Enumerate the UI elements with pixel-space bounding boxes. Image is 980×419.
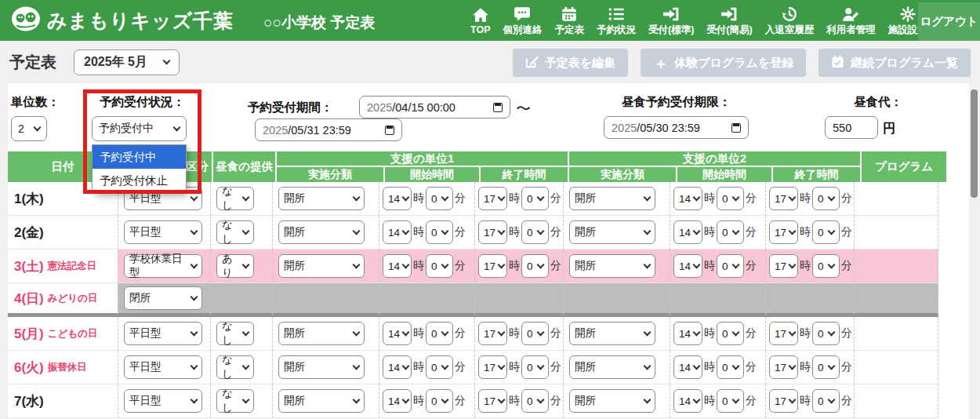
dropdown-option-accepting[interactable]: 予約受付中: [93, 145, 186, 169]
unit1-end-minute-select[interactable]: 0: [521, 254, 549, 278]
reserve-period-to-input[interactable]: 2025/05/31 23:59: [255, 118, 402, 141]
unit1-end-minute-select[interactable]: 0: [521, 220, 549, 244]
kubun-select[interactable]: 平日型: [124, 389, 202, 413]
register-trial-program-button[interactable]: ＋ 体験プログラムを登録: [641, 49, 806, 77]
reserve-period-from-input[interactable]: 2025/04/15 00:00: [359, 96, 510, 118]
unit1-start-minute-select[interactable]: 0: [426, 355, 453, 379]
unit2-end-hour-select[interactable]: 17: [769, 220, 798, 244]
unit1-start-minute-select[interactable]: 0: [426, 187, 453, 210]
nav-nyutaishitsu-rireki[interactable]: 入退室履歴: [765, 5, 815, 37]
app-logo[interactable]: みまもりキッズ千葉: [0, 5, 251, 35]
dropdown-option-suspended[interactable]: 予約受付休止: [93, 169, 186, 192]
unit1-end-minute-select[interactable]: 0: [521, 187, 549, 210]
edit-schedule-button[interactable]: 予定表を編集: [513, 49, 628, 77]
unit1-end-minute-select[interactable]: 0: [521, 322, 549, 345]
nav-top[interactable]: TOP: [470, 5, 490, 35]
unit2-category-select[interactable]: 開所: [569, 389, 655, 413]
unit2-category-select[interactable]: 開所: [569, 322, 655, 345]
unit2-start-hour-select[interactable]: 14: [673, 322, 702, 345]
unit2-category-select[interactable]: 開所: [569, 355, 655, 379]
unit2-start-hour-select[interactable]: 14: [673, 187, 702, 210]
unit1-end-hour-select[interactable]: 17: [478, 187, 507, 210]
unit2-category-select[interactable]: 開所: [569, 187, 655, 210]
unit1-start-hour-select[interactable]: 14: [383, 187, 412, 210]
nav-yoyaku-jokyo[interactable]: 予約状況: [597, 5, 636, 37]
kubun-select[interactable]: 学校休業日型: [124, 254, 202, 278]
calendar-picker-icon[interactable]: [493, 103, 503, 112]
month-select[interactable]: 2025年 5月: [74, 49, 180, 75]
unit2-end-hour-select[interactable]: 17: [769, 389, 798, 413]
unit2-start-minute-select[interactable]: 0: [717, 355, 744, 379]
unit1-start-minute-select[interactable]: 0: [426, 389, 453, 413]
unit1-start-hour-select[interactable]: 14: [383, 355, 412, 379]
unit1-end-hour-select[interactable]: 17: [478, 220, 507, 244]
scrollbar-thumb[interactable]: [971, 89, 978, 198]
unit1-start-hour-select[interactable]: 14: [383, 254, 412, 278]
unit1-category-select[interactable]: 開所: [278, 389, 365, 413]
unit2-end-minute-select[interactable]: 0: [812, 220, 840, 244]
unit2-start-minute-select[interactable]: 0: [717, 220, 744, 244]
lunch-select[interactable]: なし: [216, 355, 254, 379]
unit1-category-select[interactable]: 開所: [278, 220, 365, 244]
unit2-start-minute-select[interactable]: 0: [717, 322, 744, 345]
nav-riyosha-kanri[interactable]: 利用者管理: [826, 5, 876, 37]
unit2-end-hour-select[interactable]: 17: [769, 322, 798, 345]
unit2-category-select[interactable]: 開所: [569, 220, 655, 244]
nav-uketsuke-hyojun[interactable]: 受付(標準): [648, 5, 694, 37]
kubun-select[interactable]: 閉所: [124, 286, 202, 310]
unit2-end-minute-select[interactable]: 0: [812, 187, 840, 210]
unit2-start-hour-select[interactable]: 14: [673, 389, 702, 413]
logout-button[interactable]: ログアウト: [918, 2, 980, 41]
unit2-start-hour-select[interactable]: 14: [673, 220, 702, 244]
unit2-end-minute-select[interactable]: 0: [812, 322, 840, 345]
continuing-program-list-button[interactable]: 継続プログラム一覧: [818, 49, 971, 77]
kubun-select[interactable]: 平日型: [124, 322, 202, 345]
unit1-end-hour-select[interactable]: 17: [478, 322, 507, 345]
vertical-scrollbar[interactable]: [969, 83, 980, 419]
calendar-picker-icon[interactable]: [385, 126, 394, 135]
unit2-start-hour-select[interactable]: 14: [673, 254, 702, 278]
nav-kobetsu-renraku[interactable]: 個別連絡: [503, 5, 542, 37]
nav-uketsuke-kani[interactable]: 受付(簡易): [706, 5, 752, 37]
unit1-category-select[interactable]: 開所: [278, 355, 365, 379]
lunch-select[interactable]: なし: [216, 220, 254, 244]
lunch-deadline-input[interactable]: 2025/05/30 23:59: [604, 116, 749, 139]
unit2-start-minute-select[interactable]: 0: [717, 187, 744, 210]
unit1-end-minute-select[interactable]: 0: [521, 389, 549, 413]
unit2-end-hour-select[interactable]: 17: [769, 187, 798, 210]
reserve-status-select[interactable]: 予約受付中: [92, 116, 187, 141]
nav-yoteihyo[interactable]: 予定表: [554, 5, 584, 37]
unit2-start-minute-select[interactable]: 0: [717, 254, 744, 278]
unit1-category-select[interactable]: 開所: [278, 187, 365, 210]
unit1-start-minute-select[interactable]: 0: [426, 322, 453, 345]
unit1-start-hour-select[interactable]: 14: [383, 322, 412, 345]
unit1-start-hour-select[interactable]: 14: [383, 220, 412, 244]
unit2-start-minute-select[interactable]: 0: [717, 389, 744, 413]
unit2-start-hour-select[interactable]: 14: [673, 355, 702, 379]
unit1-start-minute-select[interactable]: 0: [426, 254, 453, 278]
kubun-select[interactable]: 平日型: [124, 220, 202, 244]
unit2-end-hour-select[interactable]: 17: [769, 355, 798, 379]
unit2-end-minute-select[interactable]: 0: [812, 254, 840, 278]
lunch-select[interactable]: なし: [216, 389, 254, 413]
unit-count-select[interactable]: 2: [11, 116, 47, 141]
unit1-start-hour-select[interactable]: 14: [383, 389, 412, 413]
kubun-select[interactable]: 平日型: [124, 355, 202, 379]
lunch-select[interactable]: なし: [216, 187, 254, 210]
unit2-end-minute-select[interactable]: 0: [812, 389, 840, 413]
unit1-end-minute-select[interactable]: 0: [521, 355, 549, 379]
lunch-select[interactable]: あり: [216, 254, 254, 278]
unit1-start-minute-select[interactable]: 0: [426, 220, 453, 244]
lunch-select[interactable]: なし: [216, 322, 254, 345]
unit1-category-select[interactable]: 開所: [278, 322, 365, 345]
unit1-end-hour-select[interactable]: 17: [478, 389, 507, 413]
unit1-category-cell: 開所: [272, 182, 379, 216]
lunch-fee-input[interactable]: 550: [825, 116, 878, 139]
unit2-end-hour-select[interactable]: 17: [769, 254, 798, 278]
unit1-end-hour-select[interactable]: 17: [478, 254, 507, 278]
unit2-category-select[interactable]: 開所: [569, 254, 655, 278]
unit2-end-minute-select[interactable]: 0: [812, 355, 840, 379]
calendar-picker-icon[interactable]: [731, 123, 741, 133]
unit1-end-hour-select[interactable]: 17: [478, 355, 507, 379]
unit1-category-select[interactable]: 開所: [278, 254, 365, 278]
